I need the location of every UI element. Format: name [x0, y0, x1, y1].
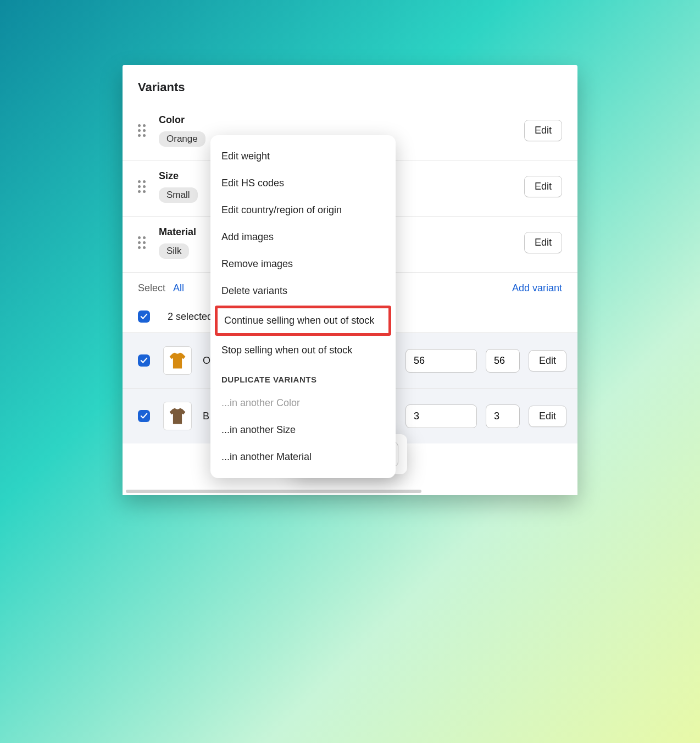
variant-thumbnail[interactable]: [163, 402, 192, 430]
menu-delete-variants[interactable]: Delete variants: [210, 278, 396, 304]
tshirt-icon: [168, 406, 187, 426]
quantity-input-2[interactable]: [486, 404, 520, 428]
edit-button[interactable]: Edit: [524, 176, 562, 197]
check-icon: [140, 313, 148, 320]
edit-button[interactable]: Edit: [529, 350, 566, 372]
add-variant-link[interactable]: Add variant: [512, 282, 562, 294]
row-checkbox[interactable]: [138, 410, 150, 422]
edit-button[interactable]: Edit: [524, 232, 562, 253]
option-chip: Small: [159, 187, 198, 203]
menu-stop-selling-oos[interactable]: Stop selling when out of stock: [210, 337, 396, 364]
menu-section-header: DUPLICATE VARIANTS: [210, 364, 396, 390]
actions-dropdown: Edit weight Edit HS codes Edit country/r…: [210, 135, 396, 478]
quantity-input[interactable]: [405, 404, 477, 428]
tshirt-icon: [168, 351, 187, 370]
menu-dup-size[interactable]: ...in another Size: [210, 417, 396, 443]
menu-dup-material[interactable]: ...in another Material: [210, 443, 396, 470]
option-chip: Orange: [159, 131, 205, 147]
edit-button[interactable]: Edit: [529, 406, 566, 427]
select-label: Select: [138, 282, 165, 294]
variant-thumbnail[interactable]: [163, 346, 192, 375]
option-chip: Silk: [159, 243, 189, 259]
edit-button[interactable]: Edit: [524, 120, 562, 141]
row-checkbox[interactable]: [138, 354, 150, 367]
drag-handle-icon[interactable]: [138, 180, 146, 193]
highlighted-menu-item: Continue selling when out of stock: [215, 306, 391, 336]
menu-edit-hs-codes[interactable]: Edit HS codes: [210, 170, 396, 197]
select-all-checkbox[interactable]: [138, 310, 150, 323]
menu-edit-weight[interactable]: Edit weight: [210, 143, 396, 170]
quantity-input[interactable]: [405, 349, 477, 373]
option-name: Color: [159, 114, 524, 126]
select-all-link[interactable]: All: [173, 282, 184, 294]
panel-title: Variants: [123, 65, 577, 104]
drag-handle-icon[interactable]: [138, 124, 146, 137]
quantity-input-2[interactable]: [486, 349, 520, 373]
menu-dup-color: ...in another Color: [210, 390, 396, 417]
menu-add-images[interactable]: Add images: [210, 224, 396, 251]
menu-continue-selling-oos[interactable]: Continue selling when out of stock: [218, 308, 388, 333]
check-icon: [140, 357, 148, 364]
drag-handle-icon[interactable]: [138, 236, 146, 249]
menu-edit-country[interactable]: Edit country/region of origin: [210, 197, 396, 224]
selected-count: 2 selected: [168, 311, 213, 323]
menu-remove-images[interactable]: Remove images: [210, 251, 396, 278]
check-icon: [140, 412, 148, 420]
variants-panel: Variants Color Orange Edit Size Small Ed…: [123, 65, 577, 495]
horizontal-scrollbar[interactable]: [123, 490, 577, 495]
